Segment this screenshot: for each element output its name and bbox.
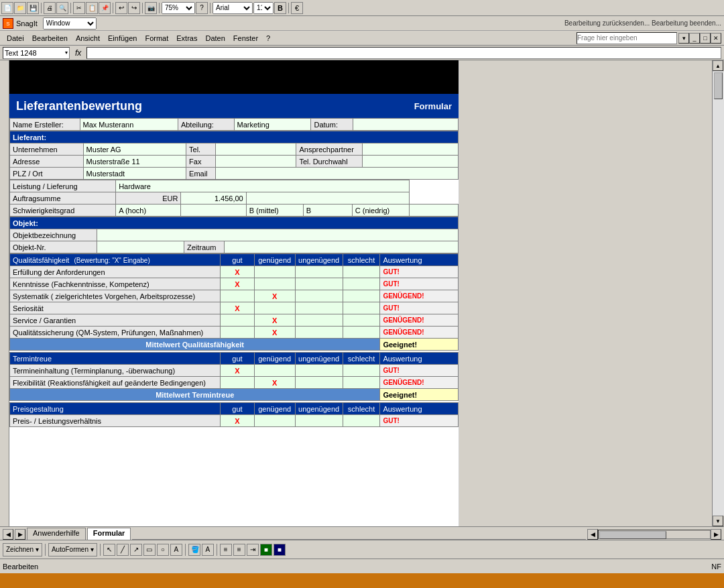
row-unzureichend[interactable] [295,327,343,339]
order-extra[interactable] [246,192,409,204]
help-btn[interactable]: ? [196,2,208,14]
arrow-btn[interactable]: ↗ [130,544,142,556]
row-gut[interactable]: X [221,415,255,427]
row-schlecht[interactable] [343,365,380,377]
email-value[interactable] [215,168,458,180]
search-input[interactable] [577,32,677,44]
row-result[interactable]: GENÜGEND! [380,314,459,327]
row-schlecht[interactable] [343,290,380,302]
row-genuegend[interactable]: X [254,377,295,389]
difficulty-b-val[interactable]: B [303,204,352,217]
tab-formular[interactable]: Formular [87,528,131,540]
menu-format[interactable]: Format [141,33,172,44]
menu-help[interactable]: ? [262,33,274,44]
row-schlecht[interactable] [343,377,380,389]
row-result[interactable]: GUT! [380,266,459,278]
obj-period-value[interactable] [225,241,459,253]
row-genuegend[interactable]: X [254,314,295,327]
contact-value[interactable] [363,143,459,156]
tab-prev-btn[interactable]: ◀ [3,529,13,540]
row-gut[interactable]: X [221,365,255,377]
tab-anwenderhilfe[interactable]: Anwenderhilfe [27,528,86,540]
row-genuegend[interactable]: X [254,290,295,302]
size-select[interactable]: 11 [253,2,274,14]
line-btn[interactable]: ╱ [117,544,129,556]
service-value[interactable]: Hardware [116,180,410,192]
row-result[interactable]: GUT! [380,302,459,314]
row-label[interactable]: Termineinhaltung (Terminplanung, -überwa… [10,365,221,377]
menu-datei[interactable]: Datei [3,33,28,44]
row-gut[interactable] [221,377,255,389]
scroll-thumb[interactable] [714,72,723,99]
row-unzureichend[interactable] [295,278,343,290]
row-gut[interactable]: X [221,266,255,278]
search-go-btn[interactable]: ▾ [678,33,689,44]
row-unzureichend[interactable] [295,290,343,302]
scroll-track[interactable] [713,71,724,516]
row-result[interactable]: GUT! [380,415,459,427]
dept-value[interactable]: Marketing [234,119,311,131]
row-unzureichend[interactable] [295,314,343,327]
font-select[interactable]: Arial [213,2,253,14]
undo-btn[interactable]: ↩ [115,2,127,14]
difficulty-a[interactable]: A (hoch) [116,204,181,217]
align-center-btn[interactable]: ≡ [233,544,245,556]
menu-fenster[interactable]: Fenster [229,33,262,44]
dropdown-icon[interactable]: ▾ [65,50,68,56]
zeichnen-btn[interactable]: Zeichnen ▾ [3,543,42,556]
difficulty-c-val[interactable] [409,204,458,217]
row-result[interactable]: GUT! [380,365,459,377]
row-label[interactable]: Preis- / Leistungsverhältnis [10,415,221,427]
row-label[interactable]: Qualitätssicherung (QM-System, Prüfungen… [10,327,221,339]
cursor-btn[interactable]: ↖ [103,544,115,556]
row-gut[interactable] [221,314,255,327]
new-btn[interactable]: 📄 [1,2,13,14]
close-btn[interactable]: ✕ [711,33,721,44]
address-value[interactable]: Musterstraße 11 [83,156,186,168]
row-unzureichend[interactable] [295,377,343,389]
row-schlecht[interactable] [343,266,380,278]
green-sq-btn[interactable]: ■ [260,544,272,556]
cut-btn[interactable]: ✂ [73,2,85,14]
window-select[interactable]: Window [43,17,97,30]
preview-btn[interactable]: 🔍 [56,2,68,14]
row-genuegend[interactable] [254,278,295,290]
menu-extras[interactable]: Extras [172,33,201,44]
row-schlecht[interactable] [343,302,380,314]
row-label[interactable]: Erfüllung der Anforderungen [10,266,221,278]
redo-btn[interactable]: ↪ [128,2,140,14]
difficulty-a-val[interactable] [181,204,246,217]
save-btn[interactable]: 💾 [27,2,39,14]
row-genuegend[interactable]: X [254,327,295,339]
date-value[interactable] [353,119,459,131]
row-label[interactable]: Seriosität [10,302,221,314]
zoom-select[interactable]: 75% 100% 50% [162,2,195,14]
vertical-scrollbar[interactable]: ▲ ▼ [712,60,724,526]
color-fill-btn[interactable]: 🪣 [188,544,200,556]
copy-btn[interactable]: 📋 [86,2,98,14]
row-label[interactable]: Service / Garantien [10,314,221,327]
tab-next-btn[interactable]: ▶ [15,529,25,540]
row-result[interactable]: GUT! [380,278,459,290]
row-unzureichend[interactable] [295,415,343,427]
creator-value[interactable]: Max Musterann [80,119,178,131]
row-genuegend[interactable] [254,415,295,427]
align-left-btn[interactable]: ≡ [220,544,232,556]
bold-btn[interactable]: B [274,2,286,14]
scroll-up-btn[interactable]: ▲ [713,60,723,71]
row-gut[interactable]: X [221,278,255,290]
obj-nr-value[interactable] [97,241,184,253]
row-gut[interactable]: X [221,302,255,314]
row-gut[interactable] [221,327,255,339]
row-label[interactable]: Kenntnisse (Fachkenntnisse, Kompetenz) [10,278,221,290]
row-label[interactable]: Systematik ( zielgerichtetes Vorgehen, A… [10,290,221,302]
row-schlecht[interactable] [343,314,380,327]
camera-btn[interactable]: 📷 [145,2,157,14]
row-unzureichend[interactable] [295,302,343,314]
row-unzureichend[interactable] [295,365,343,377]
row-result[interactable]: GENÜGEND! [380,290,459,302]
print-btn[interactable]: 🖨 [44,2,56,14]
font-color-btn[interactable]: A [202,544,214,556]
menu-ansicht[interactable]: Ansicht [72,33,104,44]
row-genuegend[interactable] [254,365,295,377]
